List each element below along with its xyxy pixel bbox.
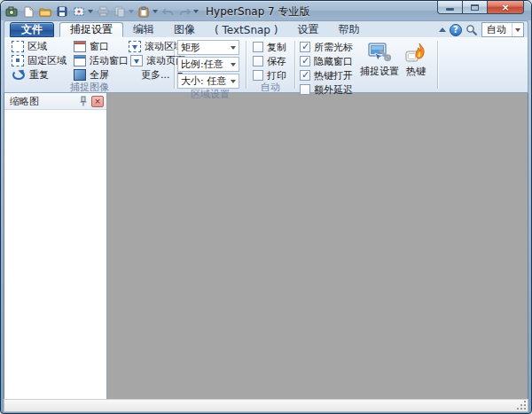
window-title: HyperSnap 7 专业版 [206, 4, 310, 20]
ratio-dropdown-arrow-icon [231, 63, 236, 66]
ribbon-group-capture-image: 区域 固定区域 重复 窗口 活动窗口 全屏 滚动区域 滚动页面 更多... 捕捉… [6, 39, 173, 92]
tab-capture-settings[interactable]: 捕捉设置 [59, 22, 123, 37]
active-window-button[interactable]: 活动窗口 [70, 53, 125, 67]
checkbox-icon [253, 56, 263, 66]
capture-settings-button[interactable]: 捕捉设置 [358, 39, 401, 96]
thumbnail-panel-header: 缩略图 × [4, 93, 106, 110]
scroll-region-icon [129, 41, 141, 52]
auto-print-checkbox[interactable]: 打印 [253, 69, 286, 82]
window-controls: × [437, 1, 524, 14]
paste-icon[interactable] [137, 4, 151, 19]
ribbon-group-options: 所需光标 隐藏窗口 热键打开 额外延迟 [296, 39, 436, 92]
active-window-icon [74, 55, 86, 66]
tab-image[interactable]: 图像 [164, 22, 205, 37]
capture-settings-icon [368, 42, 391, 63]
hide-window-checkbox[interactable]: 隐藏窗口 [300, 55, 358, 67]
auto-copy-checkbox[interactable]: 复制 [253, 41, 286, 53]
paste-dropdown-icon[interactable] [153, 10, 158, 13]
ribbon-group-region-settings: 矩形 比例:任意 大小: 任意 区域设置 [176, 39, 245, 92]
open-folder-icon[interactable] [38, 4, 52, 19]
redo-icon[interactable] [177, 4, 192, 19]
tab-file[interactable]: 文件 [10, 22, 54, 37]
shape-dropdown-arrow-icon [231, 46, 236, 50]
group-label-auto: 自动 [249, 82, 292, 93]
extra-delay-checkbox[interactable]: 额外延迟 [300, 83, 358, 96]
minimize-button[interactable] [437, 1, 463, 14]
help-icon[interactable]: ? [450, 24, 462, 36]
resize-grip-icon[interactable] [517, 401, 527, 410]
fullscreen-icon [74, 69, 86, 81]
thumbnail-panel-title: 缩略图 [10, 95, 77, 108]
copy-dropdown-icon[interactable] [129, 10, 134, 13]
checkbox-icon [253, 70, 263, 81]
shape-dropdown[interactable]: 矩形 [177, 40, 239, 55]
size-dropdown-arrow-icon [231, 80, 236, 83]
new-file-icon[interactable] [21, 4, 35, 19]
tab-help[interactable]: 帮助 [328, 22, 369, 37]
group-label-region-settings: 区域设置 [177, 89, 243, 100]
save-icon[interactable] [55, 4, 69, 19]
maximize-button[interactable] [463, 1, 487, 14]
fixed-region-button[interactable]: 固定区域 [8, 53, 70, 67]
pin-icon[interactable] [77, 95, 90, 107]
app-logo-icon[interactable] [4, 4, 19, 19]
status-bar [4, 399, 528, 412]
checkbox-icon [300, 42, 310, 52]
region-icon [12, 41, 24, 52]
zoom-combo-value: 自动 [482, 23, 512, 36]
repeat-icon [12, 70, 25, 80]
thumbnail-list[interactable] [4, 110, 106, 399]
tab-textsnap[interactable]: ( TextSnap ) [205, 22, 287, 37]
checkbox-icon [300, 56, 310, 66]
quick-access-toolbar [4, 4, 199, 19]
fixed-region-icon [12, 55, 24, 66]
tab-edit[interactable]: 编辑 [123, 22, 164, 37]
include-cursor-checkbox[interactable]: 所需光标 [300, 41, 358, 53]
hotkey-flame-icon [405, 42, 426, 63]
size-dropdown[interactable]: 大小: 任意 [177, 74, 239, 89]
app-window: HyperSnap 7 专业版 × 文件 捕捉设置 编辑 图像 ( TextSn… [0, 0, 532, 414]
thumbnail-panel: 缩略图 × [4, 93, 107, 399]
window-button[interactable]: 窗口 [70, 39, 125, 53]
ribbon-group-auto: 复制 保存 打印 自动 [247, 39, 293, 92]
tab-settings[interactable]: 设置 [287, 22, 328, 37]
ratio-dropdown[interactable]: 比例:任意 [177, 57, 239, 72]
ribbon-tab-row: 文件 捕捉设置 编辑 图像 ( TextSnap ) 设置 帮助 ? 自动 [4, 20, 528, 37]
title-bar[interactable]: HyperSnap 7 专业版 × [1, 1, 531, 20]
checkbox-icon [253, 42, 263, 52]
region-button[interactable]: 区域 [8, 39, 70, 53]
checkbox-icon [300, 70, 310, 81]
repeat-button[interactable]: 重复 [8, 67, 70, 82]
ribbon: 区域 固定区域 重复 窗口 活动窗口 全屏 滚动区域 滚动页面 更多... 捕捉… [4, 37, 528, 93]
fullscreen-button[interactable]: 全屏 [70, 67, 125, 82]
capture-icon[interactable] [72, 4, 86, 19]
workspace: 缩略图 × [4, 93, 528, 399]
zoom-combo-arrow-icon[interactable] [512, 23, 523, 36]
qat-customize-icon[interactable] [193, 10, 199, 13]
auto-save-checkbox[interactable]: 保存 [253, 55, 286, 67]
zoom-combo[interactable]: 自动 [481, 22, 524, 37]
checkbox-icon [300, 84, 310, 95]
undo-icon[interactable] [160, 4, 175, 19]
hotkey-open-checkbox[interactable]: 热键打开 [300, 69, 358, 82]
print-icon[interactable] [96, 4, 110, 19]
group-label-capture-image: 捕捉图像 [8, 82, 171, 93]
scroll-page-icon [130, 55, 143, 66]
document-canvas[interactable] [107, 93, 528, 399]
magnifier-icon[interactable] [466, 24, 478, 36]
window-icon [74, 41, 86, 52]
collapse-ribbon-icon[interactable] [439, 27, 446, 32]
capture-dropdown-icon[interactable] [88, 10, 93, 13]
close-button[interactable]: × [487, 1, 524, 14]
panel-close-icon[interactable]: × [91, 96, 104, 107]
hotkey-button[interactable]: 热键 [401, 39, 431, 96]
copy-icon[interactable] [113, 4, 127, 19]
